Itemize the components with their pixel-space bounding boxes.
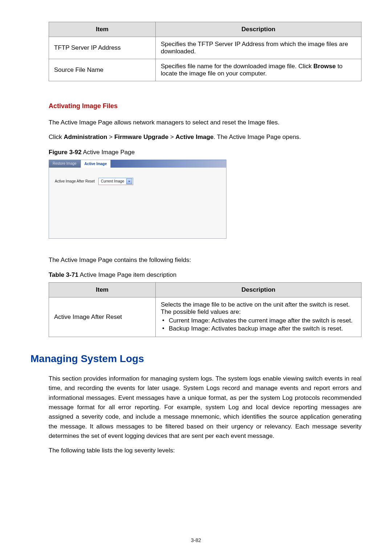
screenshot-body: Active Image After Reset Current Image [49,168,226,195]
tftp-items-table: Item Description TFTP Server IP Address … [49,22,362,81]
body-text: This section provides information for ma… [49,374,362,441]
figure-label: Figure 3-92 [49,149,82,156]
desc-bold: Browse [314,63,336,70]
table-row: TFTP Server IP Address Specifies the TFT… [49,37,362,59]
list-item: Backup Image: Activates backup image aft… [161,325,356,332]
body-text: The Active Image Page contains the follo… [49,255,362,265]
screenshot-tabs: Restore Image Active Image [49,160,226,168]
page-number: 3-82 [0,537,392,543]
figure-caption: Figure 3-92 Active Image Page [49,149,362,156]
table-title: Active Image Page item description [78,271,176,278]
item-cell: Source File Name [49,59,156,81]
tab-restore-image[interactable]: Restore Image [49,160,81,168]
tab-active-image[interactable]: Active Image [81,160,111,168]
desc-cell: Specifies file name for the downloaded i… [156,59,362,81]
col-desc-header: Description [156,22,362,37]
col-desc-header: Description [156,283,362,297]
active-image-screenshot: Restore Image Active Image Active Image … [49,160,226,239]
table-caption: Table 3-71 Active Image Page item descri… [49,271,362,279]
table-header-row: Item Description [49,283,362,297]
nav-step: Firmware Upgrade [114,134,168,140]
desc-text: Specifies file name for the downloaded i… [161,63,314,70]
active-image-select[interactable]: Current Image [98,178,133,185]
section-heading: Activating Image Files [49,102,362,110]
desc-cell: Selects the image file to be active on t… [156,297,362,337]
table-label: Table 3-71 [49,271,78,278]
nav-step: Active Image [176,134,214,140]
nav-text: Click [49,134,64,140]
table-header-row: Item Description [49,22,362,37]
logs-body: This section provides information for ma… [30,374,362,456]
breadcrumb: Click Administration > Firmware Upgrade … [49,132,362,142]
desc-bullets: Current Image: Activates the current ima… [161,317,356,332]
col-item-header: Item [49,22,156,37]
page-title: Managing System Logs [30,353,362,365]
logs-section: Managing System Logs This section provid… [30,353,362,456]
chevron-down-icon [126,178,132,184]
desc-lead: Selects the image file to be active on t… [161,301,356,316]
document-page: Item Description TFTP Server IP Address … [0,0,392,554]
table1-wrapper: Item Description TFTP Server IP Address … [30,22,362,81]
body-text: The Active Image Page allows network man… [49,118,362,127]
tab-spacer [111,160,226,168]
select-value: Current Image [101,179,124,183]
item-cell: Active Image After Reset [49,297,156,337]
table-row: Source File Name Specifies file name for… [49,59,362,81]
activating-section: Activating Image Files The Active Image … [30,102,362,337]
field-label: Active Image After Reset [55,179,95,183]
col-item-header: Item [49,283,156,297]
list-item: Current Image: Activates the current ima… [161,317,356,324]
desc-cell: Specifies the TFTP Server IP Address fro… [156,37,362,59]
active-image-items-table: Item Description Active Image After Rese… [49,282,362,337]
figure-title: Active Image Page [82,149,135,156]
item-cell: TFTP Server IP Address [49,37,156,59]
nav-step: Administration [64,134,107,140]
table-row: Active Image After Reset Selects the ima… [49,297,362,337]
body-text: The following table lists the log severi… [49,446,362,455]
nav-text: . The Active Image Page opens. [213,134,301,140]
